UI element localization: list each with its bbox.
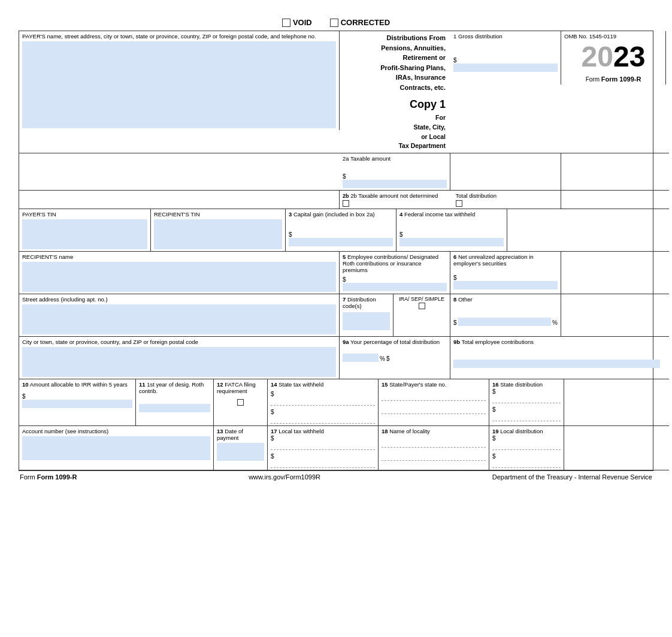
form-footer: Form Form 1099-R www.irs.gov/Form1099R D… [19, 471, 653, 483]
box3-label: 3 Capital gain (included in box 2a) [289, 211, 393, 218]
box16-field1[interactable] [492, 395, 561, 403]
box11-label: 11 1st year of desig. Roth contrib. [139, 381, 210, 394]
box4-field[interactable] [399, 238, 504, 246]
box5-field[interactable] [343, 283, 447, 291]
recipient-name-field[interactable] [22, 262, 336, 292]
box8-label: 8 Other [453, 296, 558, 303]
total-dist-label: Total distribution [456, 192, 558, 199]
box19-field1[interactable] [492, 442, 561, 450]
row3-right-spacer [561, 191, 666, 209]
total-dist-checkbox[interactable] [456, 200, 462, 207]
box12-checkbox[interactable] [237, 399, 244, 406]
box17-field1[interactable] [271, 442, 375, 450]
payer-tin-label: PAYER'S TIN [22, 211, 147, 218]
street-row-right-spacer [561, 294, 666, 336]
payer-tin-field[interactable] [22, 219, 147, 249]
ira-sep-checkbox[interactable] [419, 303, 425, 309]
footer-form-title: Form Form 1099-R [20, 473, 77, 481]
box16-field2[interactable] [492, 413, 561, 421]
box5-dollar: $ [343, 276, 346, 283]
box18-field1[interactable] [382, 437, 486, 448]
box15-cell: 15 State/Payer's state no. [379, 379, 489, 425]
box1-field[interactable] [453, 64, 558, 72]
box17-field2[interactable] [271, 460, 375, 468]
box8-dollar: $ [453, 319, 457, 326]
recipient-tin-field[interactable] [154, 219, 282, 249]
box18-cell: 18 Name of locality [379, 426, 489, 470]
box8-cell: 8 Other $ % [450, 294, 561, 336]
box14-field2[interactable] [271, 415, 375, 424]
box4-cell: 4 Federal income tax withheld $ [396, 209, 507, 251]
box15-field1[interactable] [382, 390, 486, 401]
box3-field[interactable] [289, 238, 393, 246]
box2b-checkbox[interactable] [343, 200, 349, 207]
box7-label: 7 Distribution code(s) [343, 296, 390, 309]
city-field[interactable] [22, 347, 336, 377]
for-label: ForState, City,or LocalTax Department [344, 113, 446, 151]
tin-row-right-spacer [507, 209, 612, 251]
account-label: Account number (see instructions) [22, 428, 210, 434]
total-dist-sub: Total distribution [450, 192, 558, 207]
box7-field[interactable] [343, 312, 390, 330]
box19-field2[interactable] [492, 460, 561, 468]
recip-name-right-spacer [561, 252, 666, 294]
box8-field[interactable] [458, 318, 552, 326]
recipient-name-row: RECIPIENT'S name 5 Employee contribution… [19, 252, 669, 294]
bottom-row1: 10 Amount allocable to IRR within 5 year… [19, 379, 669, 426]
box12-label: 12 FATCA filing requirement [217, 381, 264, 394]
form-title-inner: Form 1099-R [601, 76, 641, 83]
box11-field[interactable] [139, 404, 210, 412]
box9b-field[interactable] [453, 360, 660, 368]
year-suffix: 23 [613, 41, 645, 73]
box13-cell: 13 Date of payment [214, 426, 268, 470]
void-checkbox-item[interactable]: VOID [282, 18, 312, 27]
box18-field2[interactable] [382, 450, 486, 461]
payer-name-field[interactable] [22, 41, 336, 128]
payer-tin-cell: PAYER'S TIN [19, 209, 151, 251]
box6-cell: 6 Net unrealized appreciation in employe… [450, 252, 561, 294]
header-right-cell: Distributions FromPensions, Annuities,Re… [340, 31, 450, 153]
bottom-row2-right-spacer [564, 426, 669, 470]
footer-website: www.irs.gov/Form1099R [249, 473, 320, 481]
box19-label: 19 Local distribution [492, 428, 561, 434]
box6-dollar: $ [453, 274, 457, 281]
corrected-checkbox[interactable] [330, 19, 338, 27]
box13-field[interactable] [217, 443, 264, 461]
street-cell: Street address (including apt. no.) [19, 294, 340, 336]
box10-field[interactable] [22, 400, 132, 408]
box19-dollar1: $ [492, 435, 496, 442]
street-field[interactable] [22, 304, 336, 334]
box4-dollar: $ [399, 231, 403, 238]
void-checkbox[interactable] [282, 19, 290, 27]
city-box9-row: City or town, state or province, country… [19, 337, 669, 379]
box17-dollar2: $ [271, 453, 274, 460]
box9b-label: 9b Total employee contributions [453, 339, 660, 345]
box2b-sub: 2b 2b Taxable amount not determined [343, 192, 445, 207]
page-wrapper: VOID CORRECTED PAYER'S name, street addr… [13, 12, 659, 489]
box4-label: 4 Federal income tax withheld [399, 211, 504, 218]
box11-cell: 11 1st year of desig. Roth contrib. [136, 379, 214, 425]
box19-cell: 19 Local distribution $ $ [489, 426, 564, 470]
form-container: PAYER'S name, street address, city or to… [19, 31, 653, 471]
recipient-name-label: RECIPIENT'S name [22, 253, 336, 260]
box2a-dollar: $ [343, 173, 346, 180]
box2a-field[interactable] [343, 180, 447, 188]
box6-field[interactable] [453, 281, 558, 289]
corrected-checkbox-item[interactable]: CORRECTED [330, 18, 390, 27]
street-box78-row: Street address (including apt. no.) 7 Di… [19, 294, 669, 337]
box15-field2[interactable] [382, 403, 486, 414]
box1-dollar: $ [453, 57, 457, 64]
recipient-tin-cell: RECIPIENT'S TIN [151, 209, 286, 251]
account-field[interactable] [22, 436, 210, 460]
footer-form-title-bold: Form 1099-R [37, 473, 77, 481]
row2: 2a Taxable amount $ [19, 153, 669, 191]
box10-cell: 10 Amount allocable to IRR within 5 year… [19, 379, 136, 425]
box9a-pct-field[interactable] [343, 354, 379, 362]
box14-field1[interactable] [271, 397, 375, 406]
box12-cell: 12 FATCA filing requirement [214, 379, 268, 425]
box2b-total-cell: 2b 2b Taxable amount not determined Tota… [340, 191, 561, 209]
box2b-label: 2b 2b Taxable amount not determined [343, 192, 445, 199]
box16-cell: 16 State distribution $ $ [489, 379, 564, 425]
box10-label: 10 Amount allocable to IRR within 5 year… [22, 381, 132, 388]
row1: PAYER'S name, street address, city or to… [19, 31, 669, 153]
